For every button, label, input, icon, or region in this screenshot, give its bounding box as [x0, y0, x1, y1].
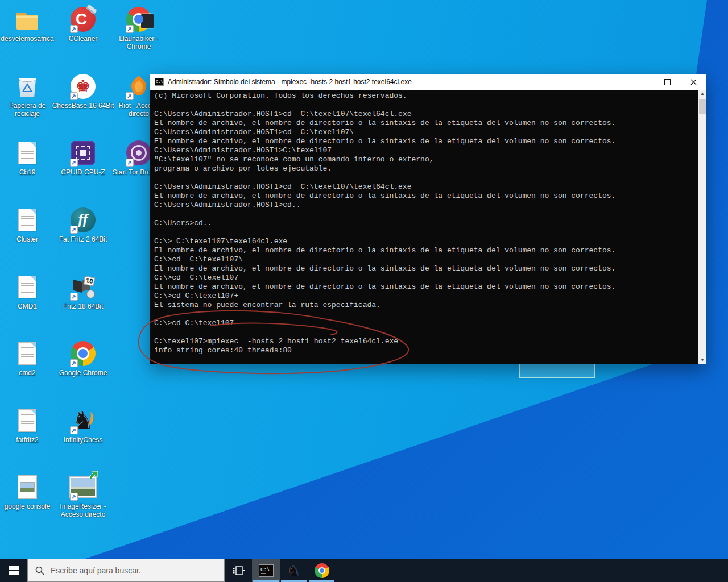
- icon-image: [14, 273, 41, 301]
- shortcut-arrow-icon: [70, 92, 78, 100]
- icon-image: [69, 473, 97, 501]
- folder-icon: [14, 7, 41, 32]
- icon-image: 18: [69, 273, 97, 301]
- icon-label: CPUID CPU-Z: [52, 168, 114, 176]
- wallpaper-accent-rectangle: [519, 364, 594, 377]
- icon-image: C: [69, 6, 97, 33]
- console-output-area[interactable]: (c) Microsoft Corporation. Todos los der…: [150, 90, 706, 364]
- shortcut-arrow-icon: [70, 226, 78, 234]
- profile-photo-overlay: [141, 14, 154, 28]
- desktop-icon-imageresizer[interactable]: ImageResizer - Acceso directo: [52, 473, 114, 518]
- scroll-up-arrow-icon[interactable]: ▲: [698, 90, 706, 98]
- start-button[interactable]: [0, 559, 27, 582]
- icon-label: CCleaner: [52, 35, 114, 43]
- icon-image: ♚: [69, 73, 97, 100]
- taskbar-command-prompt-button[interactable]: C:\: [252, 559, 280, 582]
- desktop-icon-papelera-de-reciclaje[interactable]: Papelera de reciclaje: [0, 73, 59, 118]
- svg-text:C:\: C:\: [156, 80, 163, 84]
- taskbar: Escribe aquí para buscar. C:\ ♞: [0, 559, 728, 582]
- document-icon: [18, 142, 36, 164]
- document-icon: [18, 342, 36, 365]
- icon-image: [14, 407, 41, 434]
- console-text: (c) Microsoft Corporation. Todos los der…: [150, 90, 706, 355]
- green-resize-arrow-icon: [86, 470, 99, 483]
- icon-image: [14, 6, 41, 33]
- icon-label: Cb19: [0, 168, 59, 176]
- desktop-icon-fatfritz2[interactable]: fatfritz2: [0, 407, 59, 444]
- desktop-icon-google-chrome[interactable]: Google Chrome: [52, 340, 114, 377]
- maximize-icon: [664, 79, 671, 85]
- desktop-icon-cmd2[interactable]: cmd2: [0, 340, 59, 377]
- icon-label: Llaunabiker - Chrome: [107, 35, 170, 51]
- desktop-icon-fat-fritz-2-64bit[interactable]: ffFat Fritz 2 64Bit: [52, 206, 114, 243]
- shortcut-arrow-icon: [70, 426, 78, 434]
- icon-label: Papelera de reciclaje: [0, 102, 59, 118]
- maximize-button[interactable]: [654, 74, 680, 90]
- window-controls: [628, 74, 706, 90]
- shortcut-arrow-icon: [70, 25, 78, 33]
- document-icon: [18, 276, 36, 298]
- icon-image: [69, 340, 97, 367]
- icon-image: ♞: [69, 407, 97, 434]
- desktop-icon-ccleaner[interactable]: CCCleaner: [52, 6, 114, 43]
- chrome-icon: [315, 563, 329, 578]
- desktop-icon-cmd1[interactable]: CMD1: [0, 273, 59, 310]
- search-placeholder: Escribe aquí para buscar.: [51, 566, 141, 575]
- desktop-icon-cb19[interactable]: Cb19: [0, 139, 59, 176]
- cmd-window-titlebar[interactable]: C:\ Administrador: Símbolo del sistema -…: [150, 74, 706, 90]
- desktop-icon-llaunabiker-chrome[interactable]: Llaunabiker - Chrome: [107, 6, 170, 51]
- icon-label: ChessBase 16 64Bit: [52, 102, 114, 110]
- icon-image: [14, 73, 41, 100]
- search-input[interactable]: Escribe aquí para buscar.: [27, 559, 225, 582]
- shortcut-arrow-icon: [126, 25, 134, 33]
- cmd-window: C:\ Administrador: Símbolo del sistema -…: [150, 74, 706, 364]
- icon-label: CMD1: [0, 302, 59, 310]
- shortcut-arrow-icon: [70, 159, 78, 167]
- command-prompt-icon: C:\: [259, 564, 274, 577]
- icon-label: fatfritz2: [0, 436, 59, 444]
- icon-image: ff: [69, 206, 97, 234]
- close-icon: [690, 79, 697, 85]
- scrollbar-thumb[interactable]: [699, 99, 706, 114]
- icon-image: [14, 473, 41, 501]
- desktop-icon-cluster[interactable]: Cluster: [0, 206, 59, 243]
- task-view-icon: [233, 565, 245, 576]
- icon-label: Fat Fritz 2 64Bit: [52, 235, 114, 243]
- icon-image: [69, 139, 97, 167]
- svg-text:C:\: C:\: [260, 567, 270, 573]
- shortcut-arrow-icon: [126, 92, 134, 100]
- shortcut-arrow-icon: [126, 159, 134, 167]
- image-file-icon: [18, 475, 37, 499]
- desktop-icon-desvelemosafrica[interactable]: desvelemosafrica: [0, 6, 59, 43]
- icon-label: ImageResizer - Acceso directo: [52, 502, 114, 518]
- console-scrollbar[interactable]: ▲ ▼: [698, 90, 706, 364]
- desktop-icon-fritz-18-64bit[interactable]: 18Fritz 18 64Bit: [52, 273, 114, 310]
- shortcut-arrow-icon: [70, 359, 78, 367]
- close-button[interactable]: [680, 74, 706, 90]
- icon-label: cmd2: [0, 369, 59, 377]
- icon-image: [125, 73, 152, 100]
- taskbar-chrome-button[interactable]: [308, 559, 336, 582]
- icon-image: [125, 6, 152, 33]
- scroll-down-arrow-icon[interactable]: ▼: [698, 356, 706, 364]
- desktop-icon-chessbase-16-64bit[interactable]: ♚ChessBase 16 64Bit: [52, 73, 114, 110]
- icon-image: [14, 340, 41, 367]
- icon-label: Cluster: [0, 235, 59, 243]
- document-icon: [18, 409, 36, 432]
- taskbar-infinitychess-button[interactable]: ♞: [280, 559, 308, 582]
- icon-image: [14, 206, 41, 234]
- minimize-button[interactable]: [628, 74, 654, 90]
- desktop-icon-google-console[interactable]: google console: [0, 473, 59, 510]
- desktop-icon-infinitychess[interactable]: ♞InfinityChess: [52, 407, 114, 444]
- icon-image: [14, 139, 41, 167]
- minimize-icon: [638, 82, 644, 82]
- task-view-button[interactable]: [226, 559, 251, 582]
- icon-label: Fritz 18 64Bit: [52, 302, 114, 310]
- recycle-bin-icon: [17, 75, 38, 98]
- cmd-window-icon: C:\: [155, 78, 164, 86]
- desktop-icon-cpuid-cpu-z[interactable]: CPUID CPU-Z: [52, 139, 114, 176]
- icon-label: desvelemosafrica: [0, 35, 59, 43]
- document-icon: [18, 209, 36, 231]
- icon-label: InfinityChess: [52, 436, 114, 444]
- windows-logo-icon: [9, 566, 19, 575]
